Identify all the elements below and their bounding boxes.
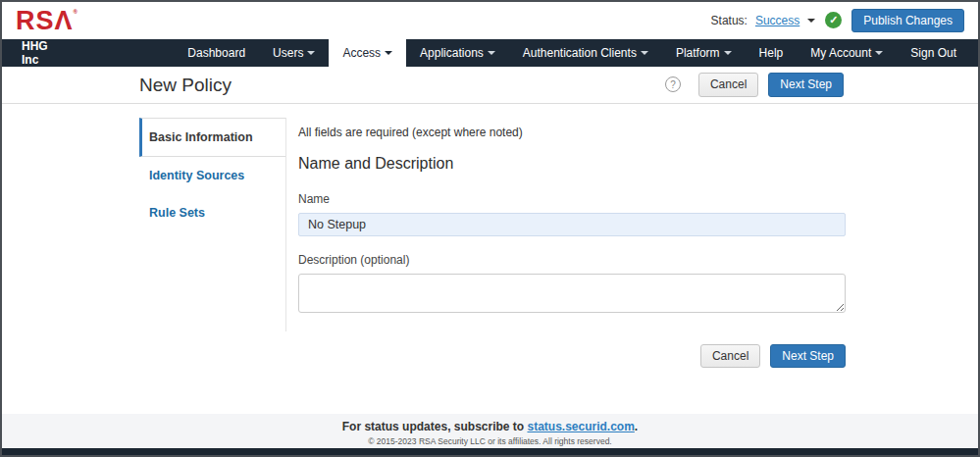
status-securid-link[interactable]: status.securid.com bbox=[527, 420, 634, 433]
chevron-down-icon[interactable] bbox=[807, 19, 815, 23]
next-step-button[interactable]: Next Step bbox=[768, 73, 844, 96]
description-label: Description (optional) bbox=[298, 253, 846, 267]
rsa-logo-text: RSΛ bbox=[16, 6, 74, 35]
status-area: Status: Success ✓ Publish Changes bbox=[711, 9, 964, 32]
app-window: RSΛ® Status: Success ✓ Publish Changes H… bbox=[0, 0, 980, 457]
nav-items: Dashboard Users Access Applications Auth… bbox=[174, 39, 745, 67]
required-fields-note: All fields are required (except where no… bbox=[298, 126, 846, 139]
company-name: HHG Inc bbox=[2, 39, 79, 67]
footer-status-suffix: . bbox=[635, 420, 638, 433]
next-step-button-bottom[interactable]: Next Step bbox=[770, 344, 846, 368]
help-icon[interactable]: ? bbox=[665, 76, 681, 92]
section-title: Name and Description bbox=[298, 155, 846, 173]
nav-item-my-account[interactable]: My Account bbox=[797, 39, 897, 67]
nav-item-access[interactable]: Access bbox=[329, 39, 406, 67]
sidebar-item-basic-information[interactable]: Basic Information bbox=[139, 118, 285, 157]
copyright-text: © 2015-2023 RSA Security LLC or its affi… bbox=[2, 436, 978, 446]
status-label: Status: bbox=[711, 14, 748, 27]
nav-item-applications[interactable]: Applications bbox=[406, 39, 509, 67]
header-actions: ? Cancel Next Step bbox=[665, 73, 844, 96]
form-actions: Cancel Next Step bbox=[298, 344, 846, 368]
name-input[interactable] bbox=[298, 213, 846, 236]
rsa-logo: RSΛ® bbox=[16, 8, 78, 34]
name-label: Name bbox=[298, 192, 846, 206]
publish-changes-button[interactable]: Publish Changes bbox=[851, 9, 964, 32]
form-area: All fields are required (except where no… bbox=[298, 104, 846, 368]
nav-item-dashboard[interactable]: Dashboard bbox=[174, 39, 259, 67]
sidebar-item-rule-sets[interactable]: Rule Sets bbox=[139, 194, 285, 231]
page-header: New Policy ? Cancel Next Step bbox=[2, 67, 978, 104]
cancel-button-bottom[interactable]: Cancel bbox=[700, 344, 760, 368]
status-success-link[interactable]: Success bbox=[755, 14, 799, 27]
page-title: New Policy bbox=[139, 75, 232, 96]
nav-item-authentication-clients[interactable]: Authentication Clients bbox=[509, 39, 662, 67]
top-bar: RSΛ® Status: Success ✓ Publish Changes bbox=[2, 2, 978, 39]
chevron-down-icon bbox=[641, 51, 648, 55]
main-nav: HHG Inc Dashboard Users Access Applicati… bbox=[2, 39, 978, 67]
content-area: Basic Information Identity Sources Rule … bbox=[2, 104, 978, 414]
chevron-down-icon bbox=[724, 51, 732, 55]
nav-item-sign-out[interactable]: Sign Out bbox=[897, 39, 970, 67]
chevron-down-icon bbox=[875, 51, 883, 55]
nav-item-users[interactable]: Users bbox=[259, 39, 329, 67]
nav-item-platform[interactable]: Platform bbox=[662, 39, 746, 67]
registered-mark: ® bbox=[74, 9, 78, 15]
description-textarea[interactable] bbox=[298, 274, 846, 313]
bottom-strip bbox=[2, 448, 978, 455]
chevron-down-icon bbox=[385, 51, 392, 55]
wizard-step-sidebar: Basic Information Identity Sources Rule … bbox=[139, 118, 286, 331]
status-footer: For status updates, subscribe to status.… bbox=[2, 414, 978, 448]
nav-item-help[interactable]: Help bbox=[746, 39, 798, 67]
success-check-icon: ✓ bbox=[825, 12, 842, 28]
chevron-down-icon bbox=[307, 51, 315, 55]
cancel-button[interactable]: Cancel bbox=[698, 73, 758, 96]
footer-status-line: For status updates, subscribe to status.… bbox=[2, 420, 978, 433]
sidebar-item-identity-sources[interactable]: Identity Sources bbox=[139, 157, 285, 194]
footer-status-text: For status updates, subscribe to bbox=[342, 420, 528, 433]
nav-right: Help My Account Sign Out bbox=[746, 39, 978, 67]
chevron-down-icon bbox=[488, 51, 495, 55]
